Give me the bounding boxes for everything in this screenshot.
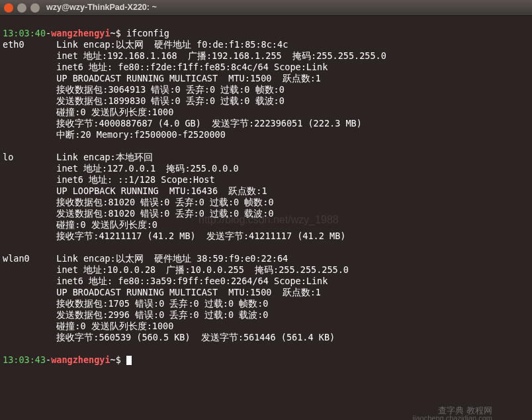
eth0-l6: 发送数据包:1899830 错误:0 丢弃:0 过载:0 载波:0 <box>56 95 285 106</box>
maximize-icon[interactable] <box>30 3 40 13</box>
wlan0-l8: 接收字节:560539 (560.5 KB) 发送字节:561446 (561.… <box>56 332 335 342</box>
prompt-sym: ~$ <box>111 28 126 38</box>
watermark-brand: 查字典 教程网 <box>438 405 492 416</box>
window-title: wzy@wzy-ThinkPad-X220: ~ <box>46 2 157 13</box>
iface-wlan0: wlan0 <box>3 253 30 264</box>
prompt-time: 13:03:40 <box>3 28 46 38</box>
command: ifconfig <box>126 28 169 38</box>
wlan0-l5: 接收数据包:1705 错误:0 丢弃:0 过载:0 帧数:0 <box>56 298 268 309</box>
wlan0-l6: 发送数据包:2996 错误:0 丢弃:0 过载:0 载波:0 <box>56 309 268 320</box>
eth0-l2: inet 地址:192.168.1.168 广播:192.168.1.255 掩… <box>56 50 386 61</box>
lo-l1: Link encap:本地环回 <box>56 152 152 162</box>
titlebar[interactable]: wzy@wzy-ThinkPad-X220: ~ <box>0 0 532 16</box>
lo-l6: 发送数据包:81020 错误:0 丢弃:0 过载:0 载波:0 <box>56 208 273 219</box>
eth0-l7: 碰撞:0 发送队列长度:1000 <box>56 107 173 117</box>
iface-lo: lo <box>3 152 13 162</box>
eth0-l9: 中断:20 Memory:f2500000-f2520000 <box>56 129 226 140</box>
cursor <box>126 356 132 365</box>
eth0-l8: 接收字节:4000887687 (4.0 GB) 发送字节:222396051 … <box>56 118 362 129</box>
watermark-url: jiaocheng.chazidian.com <box>413 413 492 420</box>
eth0-l4: UP BROADCAST RUNNING MULTICAST MTU:1500 … <box>56 73 321 83</box>
prompt2-sep: - <box>46 354 51 365</box>
lo-l4: UP LOOPBACK RUNNING MTU:16436 跃点数:1 <box>56 185 267 196</box>
terminal[interactable]: 13:03:40-wangzhengyi~$ ifconfig eth0 Lin… <box>0 16 532 367</box>
prompt2-host: wangzhengyi <box>51 354 110 365</box>
prompt2-time: 13:03:43 <box>3 354 46 365</box>
prompt2-sym: ~$ <box>111 354 126 365</box>
wlan0-l2: inet 地址:10.0.0.28 广播:10.0.0.255 掩码:255.2… <box>56 264 349 275</box>
lo-l8: 接收字节:41211117 (41.2 MB) 发送字节:41211117 (4… <box>56 231 345 241</box>
prompt-host: wangzhengyi <box>51 28 110 38</box>
iface-eth0: eth0 <box>3 39 24 50</box>
wlan0-l1: Link encap:以太网 硬件地址 38:59:f9:e0:22:64 <box>56 253 288 264</box>
minimize-icon[interactable] <box>17 3 26 13</box>
eth0-l3: inet6 地址: fe80::f2de:f1ff:fe85:8c4c/64 S… <box>56 62 328 72</box>
lo-l7: 碰撞:0 发送队列长度:0 <box>56 219 157 230</box>
wlan0-l3: inet6 地址: fe80::3a59:f9ff:fee0:2264/64 S… <box>56 276 328 286</box>
prompt-sep: - <box>46 28 51 38</box>
wlan0-l4: UP BROADCAST RUNNING MULTICAST MTU:1500 … <box>56 287 321 297</box>
eth0-l1: Link encap:以太网 硬件地址 f0:de:f1:85:8c:4c <box>56 39 288 50</box>
eth0-l5: 接收数据包:3064913 错误:0 丢弃:0 过载:0 帧数:0 <box>56 84 285 95</box>
lo-l5: 接收数据包:81020 错误:0 丢弃:0 过载:0 帧数:0 <box>56 197 273 207</box>
lo-l3: inet6 地址: ::1/128 Scope:Host <box>56 174 214 185</box>
close-icon[interactable] <box>4 3 13 13</box>
wlan0-l7: 碰撞:0 发送队列长度:1000 <box>56 321 173 331</box>
lo-l2: inet 地址:127.0.0.1 掩码:255.0.0.0 <box>56 163 238 174</box>
